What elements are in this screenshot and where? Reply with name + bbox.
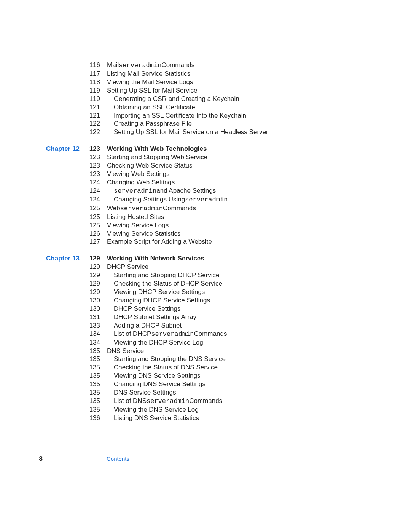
toc-entry[interactable]: 135List of DNS serveradmin Commands [0, 397, 411, 406]
toc-entry[interactable]: 123Starting and Stopping Web Service [0, 153, 411, 161]
toc-entry[interactable]: 129Viewing DHCP Service Settings [0, 288, 411, 296]
text-span: DHCP Service [107, 263, 148, 271]
toc-page-number: 136 [83, 414, 100, 422]
toc-entry[interactable]: 117Listing Mail Service Statistics [0, 70, 411, 78]
toc-chapter-label [0, 187, 83, 195]
toc-chapter-label [0, 263, 83, 271]
toc-page-number: 129 [83, 288, 100, 296]
page-footer: 8 Contents [0, 453, 411, 465]
code-span: serveradmin [119, 61, 161, 70]
toc-chapter-label [0, 347, 83, 355]
toc-entry[interactable]: 135Viewing the DNS Service Log [0, 406, 411, 414]
toc-page-number: 134 [83, 339, 100, 347]
toc-page-number: 135 [83, 347, 100, 355]
text-span: Working With Network Services [107, 254, 204, 263]
toc-title: DHCP Service [107, 263, 148, 271]
toc-entry[interactable]: 121Obtaining an SSL Certificate [0, 103, 411, 112]
toc-entry[interactable]: 135Checking the Status of DNS Service [0, 363, 411, 372]
toc-title: DNS Service Settings [107, 388, 176, 397]
toc-page-number: 118 [83, 78, 100, 86]
toc-entry[interactable]: 126Viewing Service Statistics [0, 230, 411, 238]
toc-entry[interactable]: 118Viewing the Mail Service Logs [0, 78, 411, 86]
toc-page-number: 124 [83, 187, 100, 195]
toc-page-number: 125 [83, 213, 100, 221]
toc-entries: 116Mail serveradmin Commands117Listing M… [0, 61, 411, 422]
toc-entry[interactable]: 125Web serveradmin Commands [0, 204, 411, 213]
toc-entry[interactable]: 124Changing Web Settings [0, 178, 411, 187]
toc-entry[interactable]: 124serveradmin and Apache Settings [0, 187, 411, 195]
toc-page-number: 129 [83, 280, 100, 288]
toc-title: Changing Web Settings [107, 178, 175, 187]
toc-entry[interactable]: 129Starting and Stopping DHCP Service [0, 271, 411, 280]
toc-page-number: 122 [83, 128, 100, 136]
toc-entry[interactable]: 123Viewing Web Settings [0, 170, 411, 178]
toc-chapter-label [0, 280, 83, 288]
code-span: serveradmin [120, 204, 163, 213]
toc-entry[interactable]: 136Listing DNS Service Statistics [0, 414, 411, 422]
toc-title: serveradmin and Apache Settings [107, 187, 216, 195]
toc-title: Setting Up SSL for Mail Service [107, 86, 197, 95]
footer-divider [46, 448, 46, 465]
text-span: and Apache Settings [156, 187, 216, 195]
toc-page-number: 124 [83, 178, 100, 187]
toc-entry[interactable]: 135DNS Service Settings [0, 388, 411, 397]
toc-chapter-label: Chapter 12 [0, 145, 83, 153]
toc-chapter-label [0, 195, 83, 204]
toc-chapter-label [0, 112, 83, 120]
toc-entry[interactable]: 130Changing DHCP Service Settings [0, 296, 411, 305]
toc-chapter-label [0, 238, 83, 246]
toc-entry[interactable]: 122Setting Up SSL for Mail Service on a … [0, 128, 411, 136]
toc-entry[interactable]: 135Changing DNS Service Settings [0, 380, 411, 388]
toc-chapter-label: Chapter 13 [0, 254, 83, 263]
toc-entry[interactable]: 129DHCP Service [0, 263, 411, 271]
toc-entry[interactable]: 130DHCP Service Settings [0, 305, 411, 313]
toc-entry[interactable]: 125Listing Hosted Sites [0, 213, 411, 221]
toc-entry[interactable]: 119Generating a CSR and Creating a Keych… [0, 95, 411, 103]
footer-section-label: Contents [107, 455, 129, 462]
toc-page-number: 130 [83, 296, 100, 305]
toc-entry[interactable]: 135Starting and Stopping the DNS Service [0, 355, 411, 363]
toc-title: DHCP Subnet Settings Array [107, 313, 196, 321]
toc-page-number: 129 [83, 254, 100, 263]
toc-chapter-label [0, 388, 83, 397]
toc-entry[interactable]: Chapter 13129Working With Network Servic… [0, 254, 411, 263]
toc-title: Viewing the Mail Service Logs [107, 78, 193, 86]
toc-entry[interactable]: 133Adding a DHCP Subnet [0, 321, 411, 330]
toc-page-number: 129 [83, 263, 100, 271]
toc-entry[interactable]: 124Changing Settings Using serveradmin [0, 195, 411, 204]
text-span: Starting and Stopping the DNS Service [114, 355, 226, 363]
toc-entry[interactable]: 135DNS Service [0, 347, 411, 355]
toc-entry[interactable]: 123Checking Web Service Status [0, 161, 411, 170]
toc-chapter-label [0, 170, 83, 178]
toc-chapter-label [0, 70, 83, 78]
toc-title: DNS Service [107, 347, 144, 355]
text-span: Starting and Stopping DHCP Service [114, 271, 220, 280]
toc-entry[interactable]: 116Mail serveradmin Commands [0, 61, 411, 70]
toc-chapter-label [0, 363, 83, 372]
toc-entry[interactable]: 121Importing an SSL Certificate Into the… [0, 112, 411, 120]
toc-entry[interactable]: 129Checking the Status of DHCP Service [0, 280, 411, 288]
text-span: Creating a Passphrase File [114, 120, 192, 128]
toc-entry[interactable]: 127Example Script for Adding a Website [0, 238, 411, 246]
toc-chapter-label [0, 61, 83, 70]
toc-entry[interactable]: Chapter 12123Working With Web Technologi… [0, 145, 411, 153]
toc-entry[interactable]: 122Creating a Passphrase File [0, 120, 411, 128]
toc-entry[interactable]: 131DHCP Subnet Settings Array [0, 313, 411, 321]
toc-entry[interactable]: 134Viewing the DHCP Service Log [0, 339, 411, 347]
text-span: List of DNS [114, 397, 147, 405]
page: 116Mail serveradmin Commands117Listing M… [0, 0, 411, 532]
toc-entry[interactable]: 125Viewing Service Logs [0, 221, 411, 230]
toc-entry[interactable]: 119Setting Up SSL for Mail Service [0, 86, 411, 95]
text-span: Listing Hosted Sites [107, 213, 164, 221]
toc-entry[interactable]: 135Viewing DNS Service Settings [0, 372, 411, 380]
toc-chapter-label [0, 178, 83, 187]
toc-entry[interactable]: 134List of DHCP serveradmin Commands [0, 330, 411, 339]
toc-chapter-label [0, 95, 83, 103]
toc-chapter-label [0, 103, 83, 112]
toc-title: Adding a DHCP Subnet [107, 321, 182, 330]
toc-page-number: 135 [83, 406, 100, 414]
toc-title: Viewing Service Logs [107, 221, 169, 230]
toc-page-number: 117 [83, 70, 100, 78]
toc-page-number: 125 [83, 204, 100, 213]
text-span: Viewing the Mail Service Logs [107, 78, 193, 86]
